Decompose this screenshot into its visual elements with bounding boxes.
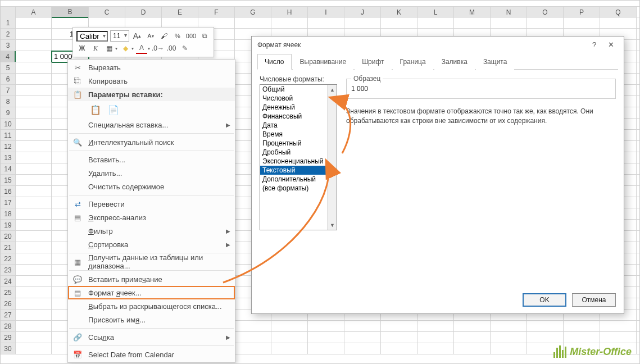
- scroll-down-icon[interactable]: ▼: [328, 220, 337, 230]
- col-header-E[interactable]: E: [162, 7, 198, 18]
- row-header-26[interactable]: 26: [1, 298, 16, 309]
- row-header-10[interactable]: 10: [1, 119, 16, 129]
- cell-A28[interactable]: [16, 321, 52, 332]
- tab-number[interactable]: Число: [257, 54, 292, 70]
- col-header-J[interactable]: J: [344, 7, 381, 18]
- cell-H29[interactable]: [271, 332, 308, 343]
- ctx-smart-lookup[interactable]: 🔍 Интеллектуальный поиск: [68, 135, 235, 149]
- row-header-3[interactable]: 3: [1, 40, 16, 51]
- ctx-pick-from-list[interactable]: Выбрать из раскрывающегося списка...: [68, 299, 235, 313]
- row-header-20[interactable]: 20: [1, 231, 16, 242]
- col-header-G[interactable]: G: [235, 7, 271, 18]
- tab-border[interactable]: Граница: [393, 54, 433, 70]
- tab-fill[interactable]: Заливка: [434, 54, 475, 70]
- row-header-23[interactable]: 23: [1, 265, 16, 275]
- cell-L29[interactable]: [417, 332, 454, 343]
- cell-L28[interactable]: [417, 321, 454, 332]
- row-header-9[interactable]: 9: [1, 107, 16, 118]
- close-icon[interactable]: ✕: [603, 37, 618, 53]
- cell-M28[interactable]: [454, 321, 491, 332]
- help-icon[interactable]: ?: [587, 37, 602, 53]
- cell-Q28[interactable]: [600, 321, 637, 332]
- row-header-15[interactable]: 15: [1, 175, 16, 185]
- more-format-icon[interactable]: ✎: [179, 43, 190, 54]
- number-format-list[interactable]: ОбщийЧисловойДенежныйФинансовыйДатаВремя…: [260, 84, 337, 230]
- merge-icon[interactable]: ⧉: [199, 30, 210, 42]
- cell-J30[interactable]: [344, 343, 381, 354]
- ctx-filter[interactable]: Фильтр ▶: [68, 224, 235, 238]
- cell-M30[interactable]: [454, 343, 491, 354]
- ctx-copy[interactable]: ⿻ Копировать: [68, 74, 235, 88]
- cell-K30[interactable]: [381, 343, 417, 354]
- format-option[interactable]: Денежный: [260, 103, 337, 112]
- cell-A17[interactable]: [16, 197, 52, 208]
- format-option[interactable]: Дробный: [260, 148, 337, 157]
- cell-A29[interactable]: [16, 332, 52, 343]
- decrease-font-icon[interactable]: A▾: [145, 30, 156, 42]
- cell-A23[interactable]: [16, 265, 52, 276]
- cell-A11[interactable]: [16, 130, 52, 141]
- format-option[interactable]: (все форматы): [260, 184, 337, 193]
- col-header-I[interactable]: I: [308, 7, 344, 18]
- cell-J28[interactable]: [344, 321, 381, 332]
- cell-A1[interactable]: [16, 17, 52, 29]
- col-header-C[interactable]: C: [89, 7, 125, 18]
- row-header-1[interactable]: 1: [1, 17, 16, 28]
- cell-G30[interactable]: [235, 343, 271, 354]
- cell-A19[interactable]: [16, 220, 52, 231]
- cell-H30[interactable]: [271, 343, 308, 354]
- format-option[interactable]: Текстовый: [260, 166, 337, 175]
- cell-M29[interactable]: [454, 332, 491, 343]
- cell-H28[interactable]: [271, 321, 308, 332]
- cell-I29[interactable]: [308, 332, 344, 343]
- cell-A15[interactable]: [16, 175, 52, 186]
- cell-P29[interactable]: [564, 332, 600, 343]
- cell-G29[interactable]: [235, 332, 271, 343]
- cell-A2[interactable]: [16, 29, 52, 40]
- ctx-insert[interactable]: Вставить...: [68, 153, 235, 166]
- row-header-18[interactable]: 18: [1, 208, 16, 219]
- comma-format-icon[interactable]: 000: [185, 30, 197, 42]
- format-option[interactable]: Дата: [260, 121, 337, 130]
- ctx-define-name[interactable]: Присвоить имя...: [68, 313, 235, 326]
- row-header-12[interactable]: 12: [1, 141, 16, 152]
- format-option[interactable]: Числовой: [260, 94, 337, 103]
- percent-format-icon[interactable]: %: [172, 30, 183, 42]
- cell-A7[interactable]: [16, 85, 52, 96]
- cell-Q29[interactable]: [600, 332, 637, 343]
- col-header-F[interactable]: F: [198, 7, 235, 18]
- cell-I1[interactable]: [308, 17, 344, 29]
- cell-A20[interactable]: [16, 231, 52, 242]
- ctx-translate[interactable]: ⇄ Перевести: [68, 197, 235, 211]
- row-header-29[interactable]: 29: [1, 332, 16, 343]
- row-header-11[interactable]: 11: [1, 130, 16, 140]
- row-header-16[interactable]: 16: [1, 186, 16, 197]
- format-painter-icon[interactable]: 🖌: [158, 30, 170, 42]
- row-header-27[interactable]: 27: [1, 310, 16, 320]
- increase-decimal-icon[interactable]: .0→: [152, 43, 164, 54]
- format-option[interactable]: Общий: [260, 85, 337, 94]
- cell-Q1[interactable]: [600, 17, 637, 29]
- row-header-30[interactable]: 30: [1, 343, 16, 354]
- format-option[interactable]: Дополнительный: [260, 175, 337, 184]
- cell-N1[interactable]: [491, 17, 527, 29]
- row-header-4[interactable]: 4: [1, 51, 16, 62]
- cell-O1[interactable]: [527, 17, 564, 29]
- row-header-28[interactable]: 28: [1, 321, 16, 331]
- tab-alignment[interactable]: Выравнивание: [293, 54, 354, 70]
- cell-A26[interactable]: [16, 298, 52, 310]
- cell-A24[interactable]: [16, 276, 52, 287]
- row-header-19[interactable]: 19: [1, 220, 16, 230]
- cell-I28[interactable]: [308, 321, 344, 332]
- select-all-corner[interactable]: [1, 7, 16, 18]
- cell-L30[interactable]: [417, 343, 454, 354]
- cell-I30[interactable]: [308, 343, 344, 354]
- col-header-H[interactable]: H: [271, 7, 308, 18]
- cell-M1[interactable]: [454, 17, 491, 29]
- cell-A22[interactable]: [16, 253, 52, 265]
- font-size-combo[interactable]: [110, 30, 129, 42]
- ctx-clear[interactable]: Очистить содержимое: [68, 180, 235, 193]
- cell-P28[interactable]: [564, 321, 600, 332]
- scrollbar[interactable]: ▲ ▼: [327, 85, 337, 230]
- paste-option-1-icon[interactable]: 📋: [88, 102, 103, 117]
